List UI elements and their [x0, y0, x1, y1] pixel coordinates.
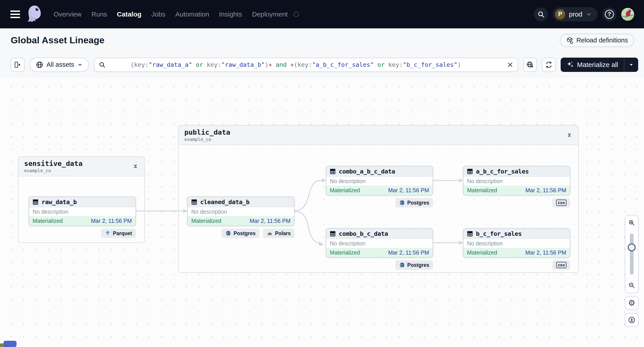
- kind-badge-polars[interactable]: Polars: [263, 229, 294, 238]
- query-token: +: [268, 61, 272, 68]
- table-icon: [32, 199, 39, 205]
- zoom-slider: [625, 230, 638, 278]
- asset-selection-input[interactable]: (key:"raw_data_a" or key:"raw_data_b")+ …: [94, 58, 518, 72]
- nav-catalog[interactable]: Catalog: [117, 10, 142, 18]
- kind-badge-postgres[interactable]: Postgres: [395, 198, 433, 207]
- postgres-icon: [399, 262, 405, 268]
- dagster-logo[interactable]: [26, 5, 43, 24]
- table-icon: [467, 168, 473, 175]
- minimap-viewport[interactable]: [4, 341, 16, 347]
- asset-node-raw-data-b[interactable]: raw_data_b No description Materialized M…: [28, 197, 136, 226]
- asset-scope-label: All assets: [46, 61, 74, 68]
- environment-avatar: P: [555, 9, 565, 19]
- gear-icon: ⚙: [628, 299, 635, 307]
- clear-query-icon[interactable]: [507, 62, 513, 68]
- query-token: (key:: [130, 61, 148, 68]
- kind-badge-csv[interactable]: csv: [552, 198, 570, 207]
- postgres-icon: [399, 200, 405, 206]
- status-badge: Materialized: [330, 187, 360, 194]
- nav-jobs[interactable]: Jobs: [151, 10, 165, 18]
- panel-toggle-icon: [14, 61, 22, 68]
- nav-insights[interactable]: Insights: [219, 10, 242, 18]
- polars-icon: [267, 230, 273, 237]
- asset-status-row: Materialized Mar 2, 11:56 PM: [464, 186, 570, 195]
- reload-definitions-button[interactable]: Reload definitions: [560, 34, 634, 47]
- chevron-down-icon: [586, 11, 592, 17]
- refresh-button[interactable]: [542, 58, 556, 72]
- kind-badge-postgres[interactable]: Postgres: [395, 260, 433, 270]
- asset-node-b-c-for-sales[interactable]: b_c_for_sales No description Materialize…: [463, 228, 570, 258]
- kind-badge-csv[interactable]: csv: [552, 260, 570, 270]
- asset-name: b_c_for_sales: [476, 230, 522, 237]
- status-badge: Materialized: [467, 187, 497, 194]
- materialize-all-label: Materialize all: [577, 61, 618, 68]
- asset-description: No description: [464, 177, 570, 186]
- asset-status-row: Materialized Mar 2, 11:56 PM: [29, 216, 136, 226]
- query-token: or: [192, 61, 207, 68]
- asset-status-row: Materialized Mar 2, 11:56 PM: [326, 248, 432, 257]
- kind-badge-parquet[interactable]: Parquet: [101, 229, 136, 238]
- zoom-out-button[interactable]: [625, 278, 638, 293]
- materialize-all-split-button: Materialize all: [561, 58, 638, 72]
- table-icon: [330, 231, 336, 237]
- zoom-slider-thumb[interactable]: [628, 243, 636, 251]
- lineage-graph-canvas[interactable]: sensitive_data example_co public_data ex…: [0, 77, 644, 347]
- nav-deployment[interactable]: Deployment: [252, 10, 288, 18]
- globe-plus-icon: [526, 61, 534, 68]
- refresh-icon: [545, 61, 552, 68]
- zoom-slider-track[interactable]: [630, 234, 634, 275]
- asset-name: cleaned_data_b: [200, 199, 250, 205]
- query-token: +: [290, 61, 294, 68]
- query-token: and: [272, 61, 290, 68]
- asset-node-combo-a-b-c-data[interactable]: combo_a_b_c_data No description Material…: [326, 166, 433, 195]
- user-avatar[interactable]: [621, 8, 634, 21]
- global-search-button[interactable]: [534, 7, 548, 21]
- query-token: "raw_data_a": [148, 61, 192, 68]
- page-header: Global Asset Lineage Reload definitions: [0, 28, 644, 52]
- loading-spinner-icon: [294, 11, 299, 17]
- nav-overview[interactable]: Overview: [54, 10, 82, 18]
- materialize-options-button[interactable]: [624, 58, 638, 72]
- search-icon: [99, 61, 106, 68]
- nav-runs[interactable]: Runs: [92, 10, 107, 18]
- reload-cube-icon: [566, 37, 574, 44]
- asset-description: No description: [464, 239, 570, 248]
- asset-node-a-b-c-for-sales[interactable]: a_b_c_for_sales No description Materiali…: [463, 166, 570, 195]
- chevron-down-icon: [77, 62, 83, 67]
- globe-icon: [36, 61, 43, 68]
- materialization-timestamp: Mar 2, 11:56 PM: [525, 249, 566, 256]
- asset-status-row: Materialized Mar 2, 11:56 PM: [326, 186, 432, 195]
- badge-label: Polars: [275, 230, 291, 237]
- hamburger-menu-icon[interactable]: [10, 10, 20, 18]
- badge-label: Postgres: [407, 200, 429, 206]
- asset-node-cleaned-data-b[interactable]: cleaned_data_b No description Materializ…: [187, 197, 294, 226]
- parquet-icon: [105, 230, 110, 236]
- materialization-timestamp: Mar 2, 11:56 PM: [91, 218, 132, 224]
- nav-automation[interactable]: Automation: [175, 10, 209, 18]
- asset-name: raw_data_b: [42, 199, 77, 205]
- environment-switcher[interactable]: P prod: [553, 7, 598, 21]
- help-button[interactable]: ?: [602, 7, 616, 21]
- materialization-timestamp: Mar 2, 11:56 PM: [250, 218, 290, 224]
- status-badge: Materialized: [32, 218, 63, 224]
- query-token: ): [265, 61, 268, 68]
- kind-badge-postgres[interactable]: Postgres: [222, 229, 259, 238]
- query-token: (key:: [294, 61, 312, 68]
- materialize-all-button[interactable]: Materialize all: [561, 58, 624, 72]
- zoom-in-button[interactable]: [625, 216, 638, 230]
- asset-node-combo-b-c-data[interactable]: combo_b_c_data No description Materializ…: [326, 228, 433, 258]
- asset-scope-dropdown[interactable]: All assets: [30, 58, 89, 72]
- asset-name: combo_b_c_data: [339, 230, 388, 237]
- asset-selection-query[interactable]: (key:"raw_data_a" or key:"raw_data_b")+ …: [108, 54, 504, 75]
- asset-name: combo_a_b_c_data: [339, 168, 395, 175]
- badge-label: Postgres: [407, 262, 429, 268]
- download-graph-button[interactable]: [625, 313, 639, 327]
- csv-icon: csv: [556, 200, 566, 206]
- open-sidebar-button[interactable]: [11, 58, 24, 72]
- expand-selection-button[interactable]: [523, 58, 537, 72]
- query-token: or: [374, 61, 388, 68]
- graph-settings-button[interactable]: ⚙: [625, 296, 639, 310]
- materialization-timestamp: Mar 2, 11:56 PM: [525, 187, 566, 194]
- table-icon: [191, 199, 197, 205]
- query-token: "b_c_for_sales": [403, 61, 458, 68]
